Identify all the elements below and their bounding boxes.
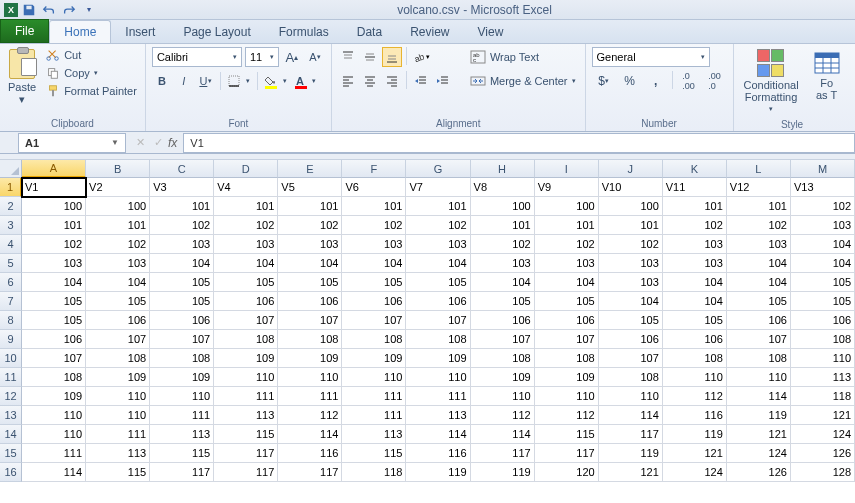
font-color-button[interactable]: A▾ bbox=[292, 71, 320, 91]
save-icon[interactable] bbox=[20, 1, 38, 19]
row-header[interactable]: 16 bbox=[0, 463, 22, 482]
row-header[interactable]: 14 bbox=[0, 425, 22, 444]
cell[interactable]: 110 bbox=[150, 387, 214, 406]
cell[interactable]: 115 bbox=[86, 463, 150, 482]
cell[interactable]: 102 bbox=[599, 235, 663, 254]
cell[interactable]: 109 bbox=[406, 349, 470, 368]
cell[interactable]: 109 bbox=[86, 368, 150, 387]
cell[interactable]: 107 bbox=[406, 311, 470, 330]
cell[interactable]: 104 bbox=[535, 273, 599, 292]
cell[interactable]: 108 bbox=[599, 368, 663, 387]
cell[interactable]: 124 bbox=[791, 425, 855, 444]
cell[interactable]: 104 bbox=[342, 254, 406, 273]
cell[interactable]: 100 bbox=[599, 197, 663, 216]
cell[interactable]: 110 bbox=[22, 425, 86, 444]
align-middle-icon[interactable] bbox=[360, 47, 380, 67]
cell[interactable]: 110 bbox=[791, 349, 855, 368]
cell[interactable]: 102 bbox=[214, 216, 278, 235]
cell[interactable]: 107 bbox=[535, 330, 599, 349]
row-header[interactable]: 4 bbox=[0, 235, 22, 254]
cell[interactable]: 124 bbox=[727, 444, 791, 463]
cell[interactable]: 108 bbox=[214, 330, 278, 349]
cell[interactable]: 112 bbox=[471, 406, 535, 425]
wrap-text-button[interactable]: abc Wrap Text bbox=[467, 47, 579, 67]
cell[interactable]: 103 bbox=[86, 254, 150, 273]
align-top-icon[interactable] bbox=[338, 47, 358, 67]
merge-center-button[interactable]: Merge & Center ▾ bbox=[467, 71, 579, 91]
cell[interactable]: 102 bbox=[22, 235, 86, 254]
cell[interactable]: 116 bbox=[406, 444, 470, 463]
cell[interactable]: 107 bbox=[150, 330, 214, 349]
align-center-icon[interactable] bbox=[360, 71, 380, 91]
column-header[interactable]: G bbox=[406, 160, 470, 178]
cell[interactable]: 111 bbox=[22, 444, 86, 463]
cell[interactable]: 103 bbox=[406, 235, 470, 254]
cell[interactable]: 119 bbox=[599, 444, 663, 463]
cell[interactable]: 105 bbox=[406, 273, 470, 292]
percent-format-button[interactable]: % bbox=[618, 71, 642, 91]
qat-customize-icon[interactable]: ▾ bbox=[80, 1, 98, 19]
cell[interactable]: 117 bbox=[471, 444, 535, 463]
tab-data[interactable]: Data bbox=[343, 21, 396, 43]
cell[interactable]: 104 bbox=[278, 254, 342, 273]
cell[interactable]: 105 bbox=[22, 311, 86, 330]
accounting-format-button[interactable]: $▾ bbox=[592, 71, 616, 91]
increase-indent-icon[interactable] bbox=[433, 71, 453, 91]
cell[interactable]: 102 bbox=[471, 235, 535, 254]
cell[interactable]: 114 bbox=[22, 463, 86, 482]
decrease-indent-icon[interactable] bbox=[411, 71, 431, 91]
cell[interactable]: 105 bbox=[86, 292, 150, 311]
cell[interactable]: 106 bbox=[663, 330, 727, 349]
decrease-decimal-button[interactable]: .00.0 bbox=[703, 71, 727, 91]
cell[interactable]: 109 bbox=[471, 368, 535, 387]
cell[interactable]: 103 bbox=[150, 235, 214, 254]
cell[interactable]: 105 bbox=[278, 273, 342, 292]
cell[interactable]: 106 bbox=[278, 292, 342, 311]
cell[interactable]: 114 bbox=[599, 406, 663, 425]
cell[interactable]: V11 bbox=[663, 178, 727, 197]
cell[interactable]: 126 bbox=[727, 463, 791, 482]
cell[interactable]: 105 bbox=[150, 273, 214, 292]
cell[interactable]: 109 bbox=[22, 387, 86, 406]
cell[interactable]: V10 bbox=[599, 178, 663, 197]
cell[interactable]: 111 bbox=[342, 387, 406, 406]
chevron-down-icon[interactable]: ▾ bbox=[769, 103, 773, 115]
cell[interactable]: 110 bbox=[86, 387, 150, 406]
cell[interactable]: 114 bbox=[406, 425, 470, 444]
column-header[interactable]: B bbox=[86, 160, 150, 178]
cell[interactable]: 113 bbox=[214, 406, 278, 425]
cell[interactable]: 104 bbox=[727, 273, 791, 292]
cell[interactable]: 107 bbox=[22, 349, 86, 368]
conditional-formatting-button[interactable]: Conditional Formatting ▾ bbox=[740, 47, 803, 117]
comma-format-button[interactable]: , bbox=[644, 71, 668, 91]
column-header[interactable]: I bbox=[535, 160, 599, 178]
cell[interactable]: 102 bbox=[342, 216, 406, 235]
cell[interactable]: 112 bbox=[535, 406, 599, 425]
cell[interactable]: 103 bbox=[727, 235, 791, 254]
tab-insert[interactable]: Insert bbox=[111, 21, 169, 43]
cell[interactable]: 103 bbox=[471, 254, 535, 273]
cell[interactable]: V5 bbox=[278, 178, 342, 197]
cell[interactable]: 107 bbox=[727, 330, 791, 349]
excel-app-icon[interactable]: X bbox=[4, 3, 18, 17]
cell[interactable]: 108 bbox=[663, 349, 727, 368]
row-header[interactable]: 9 bbox=[0, 330, 22, 349]
cell[interactable]: 113 bbox=[791, 368, 855, 387]
cell[interactable]: 104 bbox=[791, 254, 855, 273]
cell[interactable]: 109 bbox=[150, 368, 214, 387]
cell[interactable]: 108 bbox=[278, 330, 342, 349]
row-header[interactable]: 12 bbox=[0, 387, 22, 406]
cell[interactable]: 108 bbox=[471, 349, 535, 368]
cell[interactable]: 110 bbox=[535, 387, 599, 406]
cell[interactable]: 106 bbox=[406, 292, 470, 311]
row-header[interactable]: 10 bbox=[0, 349, 22, 368]
cell[interactable]: 102 bbox=[727, 216, 791, 235]
cell[interactable]: 110 bbox=[727, 368, 791, 387]
cell[interactable]: 101 bbox=[599, 216, 663, 235]
column-header[interactable]: J bbox=[599, 160, 663, 178]
cell[interactable]: 106 bbox=[535, 311, 599, 330]
cell[interactable]: 103 bbox=[22, 254, 86, 273]
cell[interactable]: 101 bbox=[22, 216, 86, 235]
cell[interactable]: 124 bbox=[663, 463, 727, 482]
increase-font-icon[interactable]: A▴ bbox=[282, 47, 302, 67]
